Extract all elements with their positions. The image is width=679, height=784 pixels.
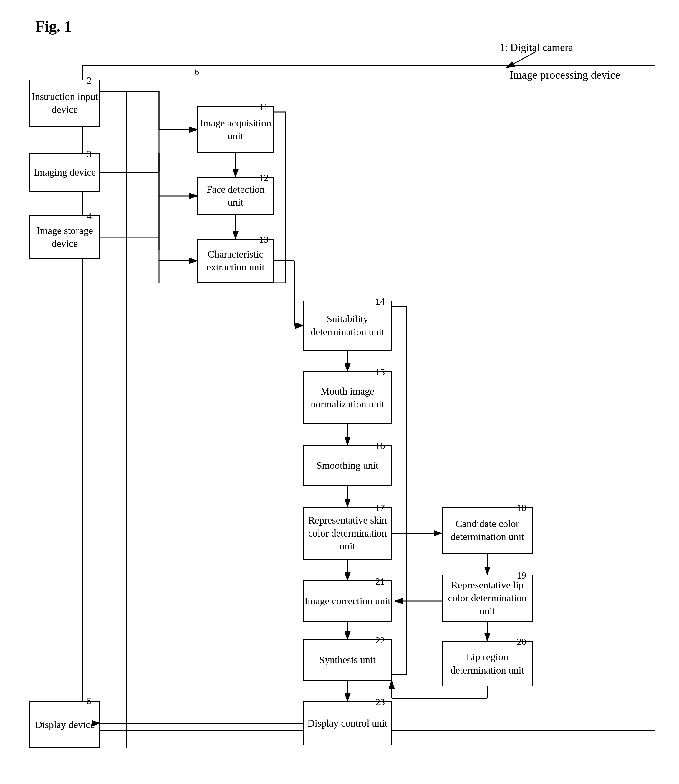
digital-camera-label: 1: Digital camera — [499, 41, 573, 53]
ref-21: 21 — [375, 576, 385, 587]
ref-5: 5 — [87, 695, 92, 706]
image-processing-device-label: Image processing device — [509, 68, 620, 81]
imaging-device-label: Imaging device — [34, 166, 96, 179]
representative-lip-color-unit-box: Representative lip color determination u… — [442, 574, 533, 622]
mouth-image-normalization-label: Mouth image normalization unit — [304, 385, 391, 411]
fig-label: Fig. 1 — [35, 18, 72, 35]
ref-22: 22 — [375, 635, 385, 646]
ref-11: 11 — [259, 102, 268, 113]
ref-19: 19 — [517, 570, 526, 581]
instruction-input-device-box: Instruction input device — [30, 80, 100, 127]
ref-16: 16 — [375, 441, 385, 452]
characteristic-extraction-label: Characteristic extraction unit — [198, 248, 273, 274]
display-control-unit-box: Display control unit — [303, 701, 392, 745]
display-device-label: Display device — [35, 718, 95, 731]
ref-14: 14 — [375, 296, 385, 307]
image-acquisition-unit-box: Image acquisition unit — [197, 106, 274, 153]
display-device-box: Display device — [30, 701, 100, 748]
characteristic-extraction-unit-box: Characteristic extraction unit — [197, 238, 274, 283]
candidate-color-unit-box: Candidate color determination unit — [442, 507, 533, 554]
ref-12: 12 — [259, 172, 269, 183]
suitability-determination-label: Suitability determination unit — [304, 313, 391, 339]
image-storage-label: Image storage device — [30, 224, 99, 250]
display-control-label: Display control unit — [307, 717, 388, 730]
image-acquisition-label: Image acquisition unit — [198, 117, 273, 143]
instruction-input-label: Instruction input device — [30, 90, 99, 116]
ref-13: 13 — [259, 234, 269, 245]
ref-15: 15 — [375, 367, 385, 378]
ref-18: 18 — [517, 502, 526, 513]
suitability-determination-unit-box: Suitability determination unit — [303, 301, 392, 351]
synthesis-label: Synthesis unit — [319, 654, 376, 666]
ref-17: 17 — [375, 502, 385, 513]
image-storage-device-box: Image storage device — [30, 215, 100, 259]
ref-20: 20 — [517, 637, 526, 647]
mouth-image-normalization-unit-box: Mouth image normalization unit — [303, 371, 392, 424]
representative-lip-color-label: Representative lip color determination u… — [443, 579, 532, 618]
ref-3: 3 — [87, 149, 92, 160]
representative-skin-color-label: Representative skin color determination … — [304, 514, 391, 553]
candidate-color-label: Candidate color determination unit — [443, 517, 532, 543]
ref-2: 2 — [87, 75, 92, 86]
digital-camera-ref: 1: Digital camera — [499, 41, 573, 53]
face-detection-label: Face detection unit — [198, 183, 273, 209]
lip-region-unit-box: Lip region determination unit — [442, 641, 533, 687]
representative-skin-color-unit-box: Representative skin color determination … — [303, 507, 392, 560]
image-correction-label: Image correction unit — [305, 594, 391, 607]
ref-23: 23 — [375, 697, 385, 708]
ref-4: 4 — [87, 211, 92, 221]
smoothing-label: Smoothing unit — [316, 459, 379, 472]
lip-region-label: Lip region determination unit — [443, 651, 532, 676]
